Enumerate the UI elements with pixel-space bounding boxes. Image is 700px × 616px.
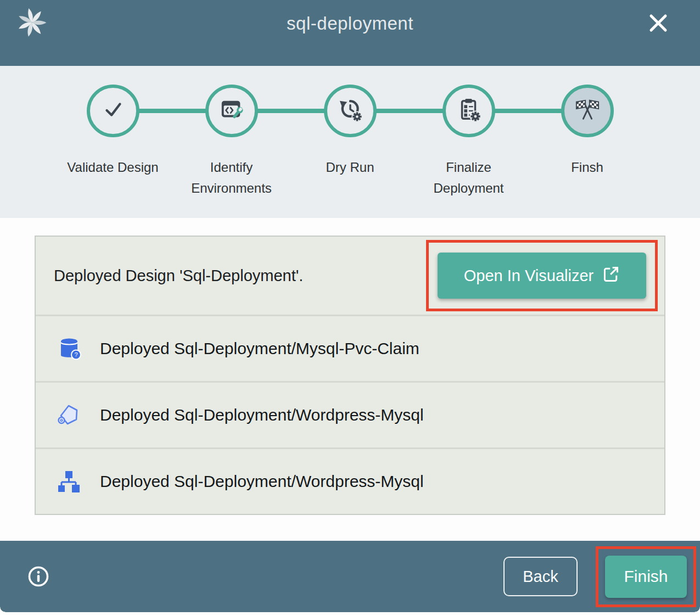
step-identify-environments: Identify Environments [172,85,291,199]
step-validate-design: Validate Design [54,85,172,199]
step-circle-finalize[interactable] [443,85,495,137]
step-circle-identify[interactable] [205,85,258,137]
step-circle-dry-run[interactable] [324,85,377,137]
info-icon[interactable] [27,565,49,587]
highlight-annotation-finish: Finish [596,546,696,607]
history-gear-icon [338,97,363,125]
step-circle-validate[interactable] [87,85,139,137]
checkered-flags-icon [575,97,600,125]
modal-header: sql-deployment [0,0,700,66]
finish-button[interactable]: Finish [605,556,687,598]
step-label: Identify Environments [172,157,291,199]
external-link-icon [602,265,620,287]
deployed-item-text: Deployed Sql-Deployment/Wordpress-Mysql [100,472,424,491]
results-area: Deployed Design 'Sql-Deployment'. Open I… [0,218,700,541]
checkmark-icon [100,97,126,125]
modal-footer: Back Finish [0,541,700,612]
step-label: Validate Design [67,157,158,178]
back-button[interactable]: Back [503,557,578,596]
highlight-annotation-open-in-visualizer: Open In Visualizer [426,240,658,311]
question-badge: ? [74,351,77,358]
step-label: Finalize Deployment [410,157,528,199]
deployed-design-text: Deployed Design 'Sql-Deployment'. [54,267,303,285]
step-label: Finsh [571,157,603,178]
step-finalize-deployment: Finalize Deployment [410,85,528,199]
open-in-visualizer-label: Open In Visualizer [464,267,593,285]
close-icon[interactable] [644,9,673,37]
step-dry-run: Dry Run [291,85,410,199]
step-finish: Finsh [528,85,647,199]
deployed-item-row: Deployed Sql-Deployment/Wordpress-Mysql [36,447,664,514]
deployed-item-row: ? Deployed Sql-Deployment/Mysql-Pvc-Clai… [36,315,664,381]
database-question-icon: ? [56,335,82,362]
deployed-design-row: Deployed Design 'Sql-Deployment'. Open I… [36,237,664,315]
hierarchy-icon [56,468,82,495]
step-circle-finish[interactable] [561,85,614,137]
open-in-visualizer-button[interactable]: Open In Visualizer [438,253,646,299]
pentagon-component-icon [56,402,82,428]
results-panel: Deployed Design 'Sql-Deployment'. Open I… [35,236,665,515]
deployed-item-row: Deployed Sql-Deployment/Wordpress-Mysql [36,381,664,447]
clipboard-gear-icon [456,97,481,125]
deployed-item-text: Deployed Sql-Deployment/Wordpress-Mysql [100,406,424,424]
deployed-item-text: Deployed Sql-Deployment/Mysql-Pvc-Claim [100,339,419,358]
step-label: Dry Run [326,157,374,178]
modal-title: sql-deployment [0,13,700,34]
deployment-modal: sql-deployment Validate Design [0,0,700,612]
deployment-stepper: Validate Design [0,66,700,218]
code-window-wrench-icon [219,97,244,125]
